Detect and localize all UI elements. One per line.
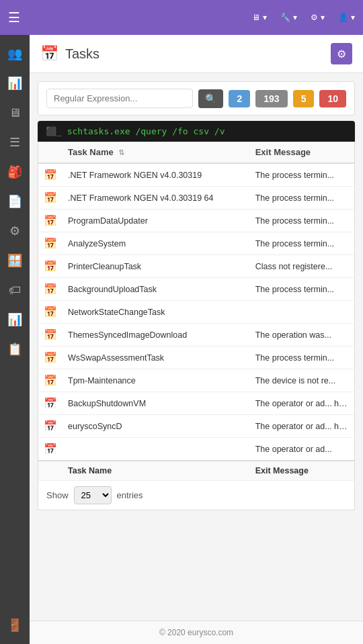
row-icon-cell: 📅 xyxy=(38,347,63,369)
main-content: 📅 Tasks ⚙ 🔍 2 193 5 10 ⬛_ schtasks.exe /… xyxy=(30,35,363,644)
row-icon-cell: 📅 xyxy=(38,278,63,301)
row-icon-cell: 📅 xyxy=(38,324,63,347)
table-footer-row: Task Name Exit Message xyxy=(38,461,355,481)
task-status-icon: 📅 xyxy=(44,306,57,318)
task-status-icon: 📅 xyxy=(44,443,57,455)
top-navbar: ☰ 🖥 ▾ 🔧 ▾ ⚙ ▾ 👤 ▾ xyxy=(0,0,363,35)
footer-text: © 2020 eurysco.com xyxy=(159,628,233,637)
badge-count-193[interactable]: 193 xyxy=(255,90,287,107)
sidebar-item-chart[interactable]: 📊 xyxy=(0,306,30,333)
row-task-name: BackgroundUploadTask xyxy=(63,278,250,301)
row-icon-cell: 📅 xyxy=(38,301,63,324)
row-task-name: AnalyzeSystem xyxy=(63,232,250,255)
tools-nav-item[interactable]: 🔧 ▾ xyxy=(280,13,297,22)
table-row: 📅 ThemesSyncedImageDownload The operatio… xyxy=(38,324,355,347)
table-row: 📅 BackgroundUploadTask The process termi… xyxy=(38,278,355,301)
row-icon-cell: 📅 xyxy=(38,255,63,278)
row-exit-message: The process termin... xyxy=(250,278,355,301)
sidebar-item-monitor[interactable]: 🖥 xyxy=(0,99,30,126)
tools-arrow-icon: ▾ xyxy=(293,13,297,22)
row-task-name: Tpm-Maintenance xyxy=(63,369,250,392)
sidebar-item-logout[interactable]: 🚪 xyxy=(0,612,30,639)
task-status-icon: 📅 xyxy=(44,215,57,226)
row-icon-cell: 📅 xyxy=(38,369,63,392)
tasks-table: Task Name ⇅ Exit Message 📅 .NET Framewor… xyxy=(38,142,355,481)
page-footer: © 2020 eurysco.com xyxy=(30,620,363,644)
search-input[interactable] xyxy=(46,89,193,108)
table-row: 📅 The operator or ad... xyxy=(38,438,355,461)
entries-select[interactable]: 102550100 xyxy=(74,486,112,504)
row-exit-message: Class not registere... xyxy=(250,255,355,278)
sort-icon-task-name: ⇅ xyxy=(118,148,124,156)
search-button[interactable]: 🔍 xyxy=(198,89,223,108)
row-exit-message: The process termin... xyxy=(250,163,355,187)
row-task-name: PrinterCleanupTask xyxy=(63,255,250,278)
table-pagination: Show 102550100 entries xyxy=(38,481,355,510)
table-row: 📅 euryscoSyncD The operator or ad... he … xyxy=(38,415,355,438)
sidebar-item-document[interactable]: 📄 xyxy=(0,188,30,215)
row-icon-cell: 📅 xyxy=(38,163,63,187)
monitor-nav-item[interactable]: 🖥 ▾ xyxy=(252,13,267,22)
table-row: 📅 PrinterCleanupTask Class not registere… xyxy=(38,255,355,278)
table-row: 📅 .NET Framework NGEN v4.0.30319 64 The … xyxy=(38,187,355,210)
sidebar-item-clipboard[interactable]: 📋 xyxy=(0,336,30,363)
col-icon xyxy=(38,142,63,163)
table-row: 📅 ProgramDataUpdater The process termin.… xyxy=(38,210,355,232)
gear-icon: ⚙ xyxy=(311,13,318,22)
row-exit-message: The device is not re... xyxy=(250,369,355,392)
task-status-icon: 📅 xyxy=(44,329,57,340)
table-row: 📅 .NET Framework NGEN v4.0.30319 The pro… xyxy=(38,163,355,187)
table-row: 📅 NetworkStateChangeTask xyxy=(38,301,355,324)
sidebar-item-list[interactable]: ☰ xyxy=(0,129,30,156)
hamburger-menu-icon[interactable]: ☰ xyxy=(8,9,20,26)
row-icon-cell: 📅 xyxy=(38,187,63,210)
sidebar-item-bag[interactable]: 🎒 xyxy=(0,158,30,185)
user-icon: 👤 xyxy=(338,13,348,22)
entries-label: entries xyxy=(117,490,143,500)
filter-bar: 🔍 2 193 5 10 xyxy=(38,81,355,116)
sidebar-item-stats[interactable]: 📊 xyxy=(0,70,30,97)
task-status-icon: 📅 xyxy=(44,420,57,432)
badge-count-2[interactable]: 2 xyxy=(229,90,250,107)
sidebar-item-tag[interactable]: 🏷 xyxy=(0,277,30,304)
monitor-arrow-icon: ▾ xyxy=(263,13,267,22)
sidebar: 👥 📊 🖥 ☰ 🎒 📄 ⚙ 🪟 🏷 📊 📋 🚪 xyxy=(0,35,30,644)
content-area: 🔍 2 193 5 10 ⬛_ schtasks.exe /query /fo … xyxy=(30,73,363,620)
sidebar-item-settings[interactable]: ⚙ xyxy=(0,218,30,244)
row-icon-cell: 📅 xyxy=(38,415,63,438)
row-exit-message xyxy=(250,301,355,324)
row-task-name: WsSwapAssessmentTask xyxy=(63,347,250,369)
badge-count-10[interactable]: 10 xyxy=(319,90,346,107)
row-task-name: ThemesSyncedImageDownload xyxy=(63,324,250,347)
sidebar-item-users[interactable]: 👥 xyxy=(0,40,30,67)
footer-exit-message: Exit Message xyxy=(250,461,355,481)
table-row: 📅 Tpm-Maintenance The device is not re..… xyxy=(38,369,355,392)
cmd-text: schtasks.exe /query /fo csv /v xyxy=(67,126,225,136)
monitor-icon: 🖥 xyxy=(252,13,260,22)
task-status-icon: 📅 xyxy=(44,352,57,363)
footer-task-name: Task Name xyxy=(63,461,250,481)
row-task-name: .NET Framework NGEN v4.0.30319 xyxy=(63,163,250,187)
gear-nav-item[interactable]: ⚙ ▾ xyxy=(311,13,325,22)
badge-count-5[interactable]: 5 xyxy=(293,90,315,107)
cmd-prompt-icon: ⬛_ xyxy=(46,126,62,136)
col-task-name[interactable]: Task Name ⇅ xyxy=(63,142,250,163)
col-exit-message: Exit Message xyxy=(250,142,355,163)
row-exit-message: The operation was... xyxy=(250,324,355,347)
row-exit-message: The operator or ad... xyxy=(250,438,355,461)
calendar-icon: 📅 xyxy=(40,45,58,62)
task-status-icon: 📅 xyxy=(44,238,57,249)
task-status-icon: 📅 xyxy=(44,398,57,409)
row-exit-message: The process termin... xyxy=(250,347,355,369)
row-task-name: .NET Framework NGEN v4.0.30319 64 xyxy=(63,187,250,210)
task-status-icon: 📅 xyxy=(44,261,57,272)
row-icon-cell: 📅 xyxy=(38,210,63,232)
page-settings-button[interactable]: ⚙ xyxy=(331,43,352,64)
row-task-name: NetworkStateChangeTask xyxy=(63,301,250,324)
row-icon-cell: 📅 xyxy=(38,392,63,415)
sidebar-item-windows[interactable]: 🪟 xyxy=(0,247,30,274)
task-status-icon: 📅 xyxy=(44,283,57,295)
user-nav-item[interactable]: 👤 ▾ xyxy=(338,13,355,22)
row-task-name: BackupShutdownVM xyxy=(63,392,250,415)
show-label: Show xyxy=(46,490,69,500)
